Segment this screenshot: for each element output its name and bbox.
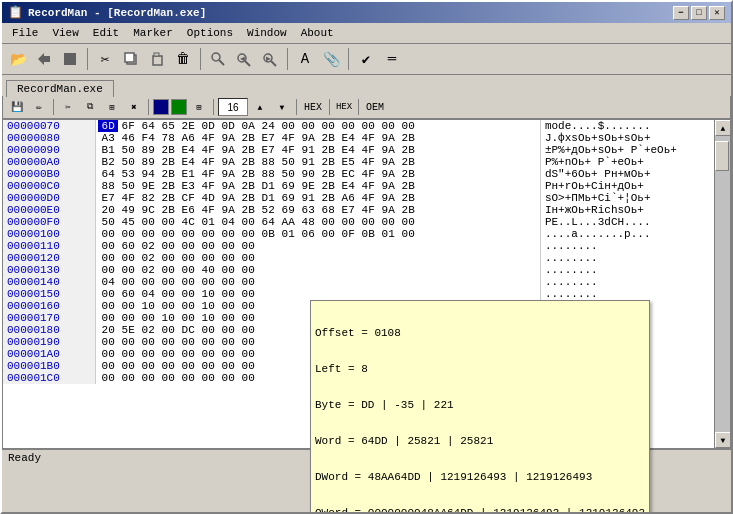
hex-byte[interactable]: 00 (118, 276, 138, 288)
search-button[interactable] (206, 47, 230, 71)
hex-byte[interactable]: 00 (238, 348, 258, 360)
hex-byte[interactable]: 00 (398, 120, 418, 132)
hex-byte[interactable]: 4F (198, 204, 218, 216)
hex-bytes[interactable]: E74F822BCF4D9A2BD169912BA64F9A2B (96, 192, 541, 204)
search-prev-button[interactable]: ◀ (232, 47, 256, 71)
hex-byte[interactable]: 4D (198, 192, 218, 204)
hex-byte[interactable]: 00 (398, 216, 418, 228)
minimize-button[interactable]: − (673, 6, 689, 20)
hex-byte[interactable]: 40 (198, 264, 218, 276)
columns-input[interactable] (218, 98, 248, 116)
hex-byte[interactable]: 00 (398, 228, 418, 240)
hex-byte[interactable]: 9A (218, 132, 238, 144)
hex-byte[interactable]: 49 (118, 204, 138, 216)
hex-byte[interactable]: 24 (258, 120, 278, 132)
hex-bytes[interactable]: A346F478A64F9A2BE74F9A2BE44F9A2B (96, 132, 541, 144)
hex-byte[interactable]: E4 (338, 132, 358, 144)
hex-byte[interactable]: 00 (218, 240, 238, 252)
hex-byte[interactable]: EC (338, 168, 358, 180)
hex-byte[interactable]: 00 (218, 288, 238, 300)
hex-byte[interactable]: 00 (218, 264, 238, 276)
hex-byte[interactable]: 02 (138, 324, 158, 336)
hex-byte[interactable]: 00 (198, 348, 218, 360)
hex-bytes[interactable]: 0400000000000000 (96, 276, 541, 288)
hex-byte[interactable]: 02 (138, 252, 158, 264)
hex-byte[interactable]: 00 (178, 360, 198, 372)
hex-byte[interactable]: DC (178, 324, 198, 336)
hex-byte[interactable]: 00 (138, 228, 158, 240)
hex-byte[interactable]: 00 (98, 372, 118, 384)
hex-byte[interactable]: 64 (258, 216, 278, 228)
hex-byte[interactable]: A6 (178, 132, 198, 144)
tb2-copy[interactable]: ⧉ (80, 98, 100, 116)
hex-byte[interactable]: 60 (118, 240, 138, 252)
hex-byte[interactable]: 00 (98, 228, 118, 240)
hex-byte[interactable]: 2B (398, 144, 418, 156)
hex-byte[interactable]: 00 (378, 216, 398, 228)
hex-bytes[interactable]: B250892BE44F9A2B8850912BE54F9A2B (96, 156, 541, 168)
back-button[interactable] (32, 47, 56, 71)
hex-byte[interactable]: 00 (98, 360, 118, 372)
hex-byte[interactable]: 00 (178, 372, 198, 384)
hex-byte[interactable]: 00 (118, 360, 138, 372)
hex-byte[interactable]: 4C (178, 216, 198, 228)
hex-byte[interactable]: 9A (378, 180, 398, 192)
hex-bytes[interactable]: 6453942BE14F9A2B8850902BEC4F9A2B (96, 168, 541, 180)
hex-byte[interactable]: 00 (198, 276, 218, 288)
hex-byte[interactable]: 91 (298, 192, 318, 204)
table-row[interactable]: 000000706D6F64652E0D0D0A2400000000000000… (3, 120, 714, 132)
hex-byte[interactable]: 4F (198, 144, 218, 156)
hex-byte[interactable]: 00 (358, 120, 378, 132)
rule-button[interactable]: ═ (380, 47, 404, 71)
hex-byte[interactable]: 00 (238, 360, 258, 372)
table-row[interactable]: 000000A0B250892BE44F9A2B8850912BE54F9A2B… (3, 156, 714, 168)
hex-byte[interactable]: 0F (338, 228, 358, 240)
hex-byte[interactable]: F4 (138, 132, 158, 144)
hex-byte[interactable]: 06 (298, 228, 318, 240)
hex-byte[interactable]: 00 (238, 264, 258, 276)
hex-byte[interactable]: 69 (278, 192, 298, 204)
hex-byte[interactable]: 2B (238, 168, 258, 180)
hex-byte[interactable]: 9A (378, 192, 398, 204)
hex-byte[interactable]: 00 (338, 216, 358, 228)
hex-byte[interactable]: 4F (198, 180, 218, 192)
hex-byte[interactable]: 50 (118, 144, 138, 156)
hex-byte[interactable]: 2B (238, 132, 258, 144)
hex-byte[interactable]: 00 (338, 120, 358, 132)
hex-byte[interactable]: 2B (318, 156, 338, 168)
hex-byte[interactable]: 00 (118, 312, 138, 324)
tb2-up[interactable]: ▲ (250, 98, 270, 116)
hex-byte[interactable]: 4F (358, 180, 378, 192)
hex-byte[interactable]: E4 (338, 180, 358, 192)
hex-byte[interactable]: 82 (138, 192, 158, 204)
hex-byte[interactable]: 4F (198, 156, 218, 168)
hex-byte[interactable]: 00 (238, 252, 258, 264)
hex-byte[interactable]: 00 (378, 120, 398, 132)
hex-byte[interactable]: 91 (298, 156, 318, 168)
table-row[interactable]: 000001200000020000000000........ (3, 252, 714, 264)
hex-byte[interactable]: 00 (158, 216, 178, 228)
hex-byte[interactable]: 2B (398, 168, 418, 180)
hex-byte[interactable]: 2B (158, 156, 178, 168)
hex-byte[interactable]: 9A (378, 168, 398, 180)
hex-byte[interactable]: 00 (218, 228, 238, 240)
search-next-button[interactable]: ▶ (258, 47, 282, 71)
hex-byte[interactable]: 00 (98, 312, 118, 324)
hex-byte[interactable]: 60 (118, 288, 138, 300)
hex-byte[interactable]: 00 (238, 372, 258, 384)
scroll-up-button[interactable]: ▲ (715, 120, 731, 136)
hex-byte[interactable]: 00 (158, 228, 178, 240)
hex-byte[interactable]: AA (278, 216, 298, 228)
table-row[interactable]: 000000E020499C2BE64F9A2B52696368E74F9A2B… (3, 204, 714, 216)
hex-byte[interactable]: 00 (98, 348, 118, 360)
hex-byte[interactable]: 00 (138, 312, 158, 324)
tb2-delete[interactable]: ✖ (124, 98, 144, 116)
hex-byte[interactable]: 00 (218, 348, 238, 360)
hex-byte[interactable]: 00 (138, 216, 158, 228)
hex-byte[interactable]: 2B (318, 192, 338, 204)
hex-bytes[interactable]: 504500004C01040064AA480000000000 (96, 216, 541, 228)
tb2-cut[interactable]: ✂ (58, 98, 78, 116)
hex-byte[interactable]: A3 (98, 132, 118, 144)
hex-byte[interactable]: 2B (238, 204, 258, 216)
hex-byte[interactable]: 00 (158, 264, 178, 276)
